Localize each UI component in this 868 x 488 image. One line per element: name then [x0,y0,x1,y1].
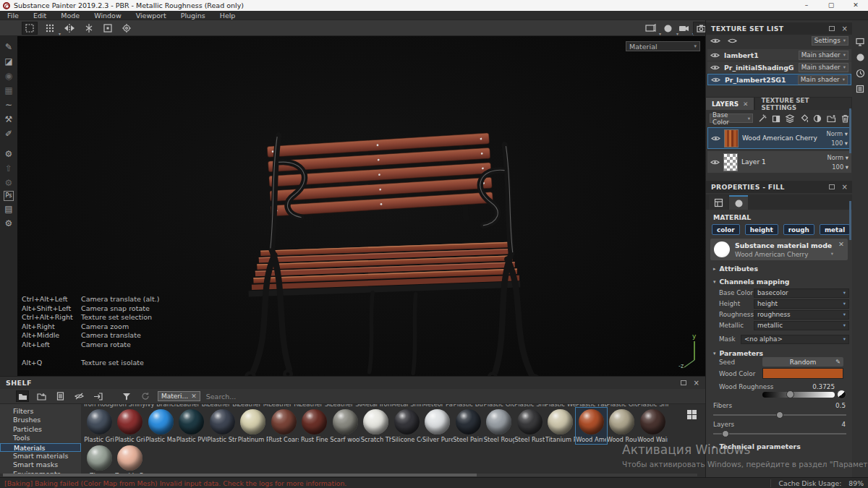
material-item[interactable]: Steel Painted [453,408,484,444]
material-item[interactable]: Wood Wain... [637,408,668,444]
menu-window[interactable]: Window [87,12,128,20]
tab-layers[interactable]: LAYERS✕ [706,98,754,110]
shelf-hide-icon[interactable] [72,390,85,402]
slider-handle[interactable] [776,411,783,419]
material-item[interactable]: Silver Pure [422,408,454,444]
texture-set-row[interactable]: Pr_initialShadingGroup1 Main shader▾ [707,61,851,73]
material-item[interactable]: Steel Rough [484,408,515,444]
float-panel-icon[interactable] [829,184,835,189]
roughness-select[interactable]: roughness▾ [754,310,849,320]
channel-height-button[interactable]: height [745,224,778,235]
material-item[interactable]: Plastic PVC [176,408,208,444]
attributes-section[interactable]: ▸Attributes [713,265,758,273]
basecolor-select[interactable]: basecolor▾ [754,288,849,298]
delete-layer-trash-icon[interactable] [841,114,849,123]
grayscale-knob-icon[interactable] [837,390,846,399]
shader-settings-icon[interactable]: ⚙ [2,176,15,189]
texture-set-row[interactable]: lambert1 Main shader▾ [707,49,851,61]
material-item[interactable]: Zipper [84,444,115,474]
eraser-tool-icon[interactable]: ◪ [2,55,15,68]
material-item[interactable]: Steel Rust a... [514,408,545,444]
material-item[interactable]: Wood Rough [607,408,638,444]
symmetry-mirror-icon[interactable] [61,22,77,35]
shader-dropdown[interactable]: Main shader▾ [799,63,848,72]
seed-random-button[interactable]: Random✎ [762,357,843,367]
tab-grid-properties[interactable] [709,195,728,210]
category-smart-masks[interactable]: Smart masks [0,461,81,469]
display-settings-icon[interactable]: ⚙ [2,147,15,160]
wood-roughness-slider[interactable] [762,392,835,398]
photoshop-plugin-icon[interactable]: Ps [4,191,14,201]
smudge-tool-icon[interactable]: ∼ [2,98,15,111]
material-picker-tool-icon[interactable]: ✐ [2,127,15,140]
category-particles[interactable]: Particles [0,425,81,434]
texture-set-row-selected[interactable]: Pr_lambert2SG1 Main shader▾ [707,74,851,85]
paint-brush-tool-icon[interactable]: ✎ [2,40,15,53]
resources-updater-icon[interactable]: ▤ [2,202,15,215]
material-item[interactable]: Scarf wool [330,408,361,444]
panel-scrollbar[interactable] [849,108,851,153]
menu-file[interactable]: File [0,12,26,20]
eye-icon[interactable] [710,159,720,166]
close-panel-icon[interactable]: × [694,380,699,387]
layer-row-layer1[interactable]: Layer 1 Norm ▾ 100 ▾ [707,151,851,173]
add-layers-stack-icon[interactable] [786,114,794,123]
shelf-filter-chip[interactable]: Materi... ✕ [158,391,200,401]
material-item[interactable]: Platinum P... [238,408,269,444]
display-mode-icon[interactable]: ▾ [642,22,658,35]
shelf-folder-icon[interactable] [16,390,29,402]
tab-material-properties[interactable] [729,195,748,210]
slider-handle[interactable] [786,390,794,398]
parameters-section[interactable]: ▾Parameters [713,349,763,357]
eye-icon[interactable] [711,135,720,142]
eye-icon[interactable] [711,77,720,83]
category-filters[interactable]: Filters [0,407,81,416]
maximize-button[interactable]: ▢ [819,0,843,11]
substance-material-mode-box[interactable]: Substance material mode Wood American Ch… [710,239,848,260]
eye-icon[interactable] [710,52,720,59]
channel-metal-button[interactable]: metal [820,224,850,235]
menu-help[interactable]: Help [213,12,243,20]
shader-dropdown[interactable]: Main shader▾ [799,51,848,60]
float-panel-icon[interactable] [681,380,686,385]
plugins-settings-icon[interactable]: ⚙ [2,217,15,230]
close-tab-icon[interactable]: ✕ [743,100,748,108]
material-item[interactable]: Titanium P... [545,408,576,444]
slider-handle[interactable] [722,430,729,437]
material-item[interactable]: Plastic Grid ... [84,408,115,444]
blend-mode-dropdown[interactable]: Norm ▾ [827,130,848,137]
material-item[interactable]: Wood Ame... [576,408,607,444]
shelf-horizontal-scrollbar[interactable] [3,474,697,476]
material-item[interactable]: Silicone Coat [391,408,422,444]
blend-mode-dropdown[interactable]: Norm ▾ [827,154,848,161]
polygon-fill-tool-icon[interactable]: ▦ [2,84,15,97]
menu-viewport[interactable]: Viewport [129,12,174,20]
shelf-import-icon[interactable] [91,390,104,402]
eye-icon[interactable] [728,38,737,44]
viewport-material-dropdown[interactable]: Material ▾ [626,41,700,51]
height-select[interactable]: height▾ [754,299,849,309]
log-list-icon[interactable] [856,85,864,93]
close-panel-icon[interactable]: × [842,184,848,191]
add-fill-bucket-icon[interactable] [799,114,808,123]
viewport-settings-gear-icon[interactable] [119,22,135,35]
mask-select[interactable]: <no alpha>▾ [741,335,849,344]
shelf-file-icon[interactable] [54,390,67,402]
eye-all-icon[interactable] [710,38,720,44]
clone-stamp-tool-icon[interactable]: ⚒ [2,113,15,126]
channels-mapping-section[interactable]: ▾Channels mapping [713,278,789,286]
material-item[interactable]: Plastic Matt... [145,408,176,444]
material-item[interactable]: Plastic Grid ... [115,408,146,444]
history-clock-icon[interactable] [856,69,865,78]
menu-mode[interactable]: Mode [54,12,87,20]
camera-icon[interactable]: ▾ [676,22,692,35]
shelf-filter-icon[interactable] [120,390,133,402]
material-item[interactable]: Scratch Thin [361,408,392,444]
opacity-dropdown[interactable]: 100 ▾ [832,163,848,171]
add-mask-icon[interactable] [772,114,780,123]
add-smart-material-icon[interactable] [813,114,822,123]
layer-row-wood-american-cherry[interactable]: Wood American Cherry Norm ▾ 100 ▾ [707,127,851,149]
shelf-new-folder-icon[interactable] [35,390,48,402]
settings-dropdown[interactable]: Settings▾ [812,36,848,46]
material-item[interactable]: Rust Fine [299,408,331,444]
